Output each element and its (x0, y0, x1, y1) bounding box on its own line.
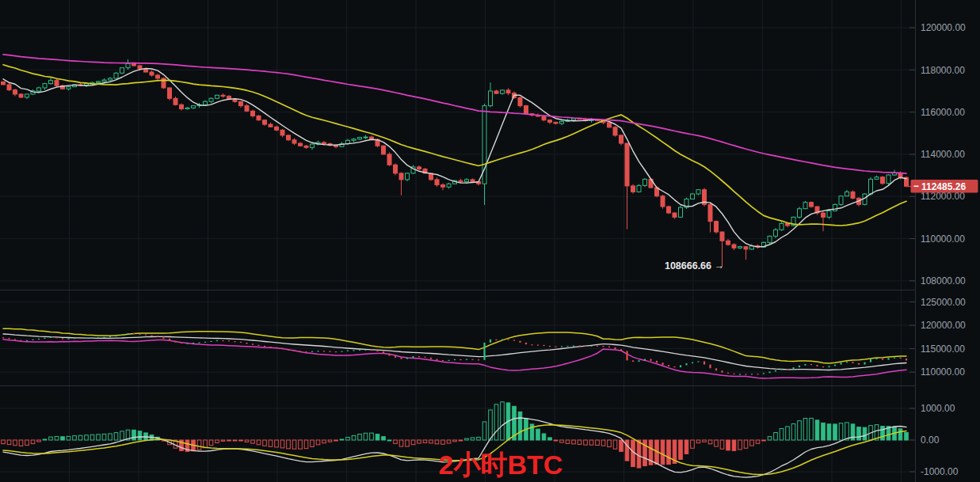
mini-bar (216, 340, 218, 341)
candle-body (715, 222, 719, 232)
macd-histogram-bar (37, 440, 41, 442)
mini-bar (846, 362, 848, 362)
candle-body (667, 207, 671, 213)
candle-body (180, 104, 184, 108)
candle-body (887, 175, 890, 184)
macd-histogram-bar (418, 440, 421, 443)
macd-histogram-bar (2, 440, 6, 444)
macd-histogram-bar (132, 430, 136, 440)
candle-body (382, 146, 386, 154)
axis-tick-label: 112000.00 (921, 191, 965, 202)
macd-histogram-bar (275, 440, 279, 447)
macd-histogram-bar (269, 440, 273, 446)
mini-bar (169, 339, 170, 341)
macd-histogram-bar (43, 439, 47, 440)
mini-bar (602, 346, 604, 347)
mini-bar (412, 356, 414, 358)
mini-bar (252, 343, 254, 344)
macd-histogram-bar (774, 433, 778, 440)
candle-body (114, 73, 118, 78)
mini-bar (157, 336, 158, 336)
macd-histogram-bar (465, 438, 469, 440)
mini-bar (341, 351, 342, 352)
candle-body (204, 101, 208, 104)
axis-tick-label: 110000.00 (921, 366, 965, 378)
candle-body (138, 66, 142, 69)
mini-bar (299, 351, 301, 351)
candle-body (263, 120, 267, 124)
macd-histogram-bar (684, 440, 688, 454)
mini-bar (692, 362, 693, 363)
macd-histogram-bar (370, 433, 374, 440)
axis-tick-label: 120000.00 (921, 320, 966, 331)
mini-bar (293, 350, 295, 351)
mini-bar (376, 350, 378, 351)
mini-bar (727, 373, 729, 374)
macd-histogram-bar (399, 440, 403, 446)
mini-bar (44, 338, 45, 339)
macd-histogram-bar (708, 440, 712, 444)
candle-body (215, 95, 219, 98)
axis-tick-label: 125000.00 (921, 297, 966, 308)
macd-histogram-bar (905, 432, 909, 440)
macd-histogram-bar (120, 431, 124, 440)
mini-bar (656, 361, 658, 362)
mini-bar (733, 374, 734, 374)
mini-bar (834, 365, 836, 366)
macd-histogram-bar (304, 440, 308, 449)
candle-body (822, 213, 826, 217)
candle-body (620, 135, 623, 143)
mini-bar (424, 357, 425, 358)
candle-body (185, 108, 189, 108)
mini-bar (311, 351, 313, 352)
macd-histogram-bar (55, 436, 59, 440)
candle-body (744, 247, 748, 249)
macd-histogram-bar (715, 440, 719, 446)
mini-bar (894, 358, 895, 359)
macd-histogram-bar (501, 402, 505, 440)
macd-histogram-bar (233, 440, 237, 441)
candle-body (168, 88, 172, 98)
macd-histogram-bar (744, 440, 748, 448)
candle-body (292, 140, 296, 143)
mini-bar (91, 337, 93, 338)
candle-body (257, 116, 261, 120)
mini-bar (620, 349, 622, 351)
candle-body (726, 241, 730, 245)
candle-body (798, 209, 802, 218)
candle-body (55, 81, 59, 86)
candle-body (518, 97, 522, 105)
macd-histogram-bar (786, 427, 790, 440)
macd-histogram-bar (215, 440, 219, 443)
macd-histogram-bar (435, 440, 439, 444)
candle-body (174, 98, 177, 104)
candle-body (465, 180, 469, 182)
candle-body (774, 230, 778, 236)
mini-bar (721, 370, 723, 372)
axis-tick-label: 114000.00 (921, 149, 965, 160)
macd-histogram-bar (411, 440, 415, 445)
candle-body (489, 91, 493, 106)
mini-bar (86, 338, 87, 339)
mini-bar (668, 365, 669, 366)
candle-body (560, 121, 564, 123)
price-axis[interactable]: 120000.00118000.00116000.00114000.001120… (909, 22, 966, 477)
mini-bar (186, 343, 188, 343)
candle-body (501, 90, 505, 93)
macd-histogram-bar (661, 440, 665, 465)
candle-body (19, 94, 23, 97)
mini-bar (704, 361, 705, 364)
macd-histogram-bar (429, 440, 433, 443)
mini-bar (650, 359, 651, 360)
candle-body (554, 122, 558, 123)
macd-histogram-bar (25, 440, 29, 446)
macd-histogram-bar (204, 440, 208, 448)
grid (0, 0, 916, 482)
candle-body (67, 87, 71, 89)
mini-bar (626, 351, 627, 360)
chart-canvas[interactable]: 120000.00118000.00116000.00114000.001120… (0, 0, 980, 482)
candle-body (459, 180, 463, 181)
mini-bar (709, 365, 711, 369)
candle-body (311, 144, 315, 147)
macd-histogram-bar (620, 440, 623, 451)
